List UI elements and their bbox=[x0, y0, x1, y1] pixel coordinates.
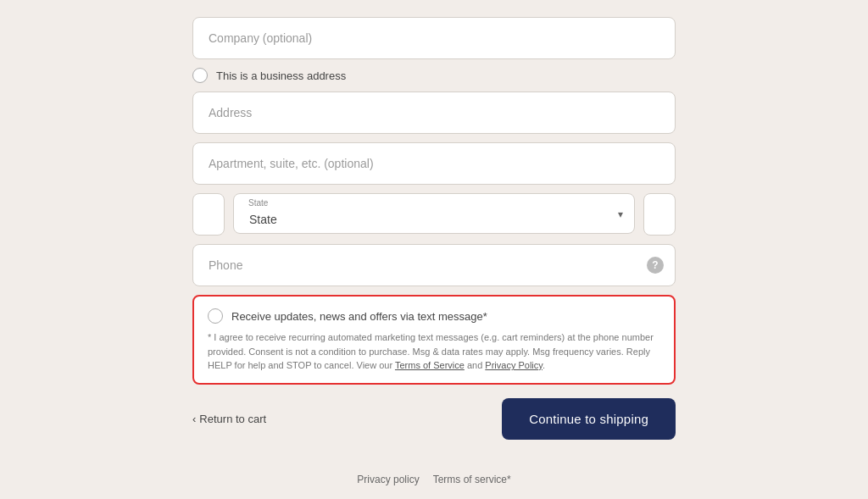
continue-to-shipping-button[interactable]: Continue to shipping bbox=[502, 398, 676, 440]
terms-service-footer-link[interactable]: Terms of service* bbox=[433, 474, 511, 485]
state-select-wrapper: State State Alabama Alaska Arizona Calif… bbox=[233, 193, 635, 236]
terms-of-service-link[interactable]: Terms of Service bbox=[395, 360, 465, 370]
state-select[interactable]: State Alabama Alaska Arizona California … bbox=[233, 193, 635, 234]
city-input[interactable] bbox=[192, 193, 225, 236]
zip-input[interactable] bbox=[643, 193, 676, 236]
company-input[interactable] bbox=[192, 17, 676, 59]
business-address-label: This is a business address bbox=[216, 69, 346, 82]
business-address-row: This is a business address bbox=[192, 68, 676, 83]
return-to-cart-label: Return to cart bbox=[199, 413, 266, 425]
footer-links: Privacy policy Terms of service* bbox=[357, 474, 510, 485]
privacy-policy-footer-link[interactable]: Privacy policy bbox=[357, 474, 419, 485]
city-state-zip-row: State State Alabama Alaska Arizona Calif… bbox=[192, 193, 676, 236]
sms-consent-box: Receive updates, news and offers via tex… bbox=[192, 295, 676, 385]
apartment-input[interactable] bbox=[192, 142, 676, 185]
consent-main-row: Receive updates, news and offers via tex… bbox=[208, 308, 660, 324]
actions-row: ‹ Return to cart Continue to shipping bbox=[192, 398, 676, 440]
sms-consent-radio[interactable] bbox=[208, 308, 223, 324]
return-to-cart-link[interactable]: ‹ Return to cart bbox=[192, 413, 266, 425]
checkout-form: This is a business address State State A… bbox=[192, 17, 676, 440]
address-input[interactable] bbox=[192, 91, 676, 134]
phone-row: ? bbox=[192, 244, 676, 286]
business-address-radio[interactable] bbox=[192, 68, 208, 83]
phone-help-icon[interactable]: ? bbox=[647, 257, 664, 274]
sms-consent-label: Receive updates, news and offers via tex… bbox=[231, 310, 487, 323]
chevron-left-icon: ‹ bbox=[192, 413, 196, 425]
consent-fine-print: * I agree to receive recurring automated… bbox=[208, 330, 660, 373]
privacy-policy-link[interactable]: Privacy Policy bbox=[485, 360, 542, 370]
phone-input[interactable] bbox=[192, 244, 676, 286]
